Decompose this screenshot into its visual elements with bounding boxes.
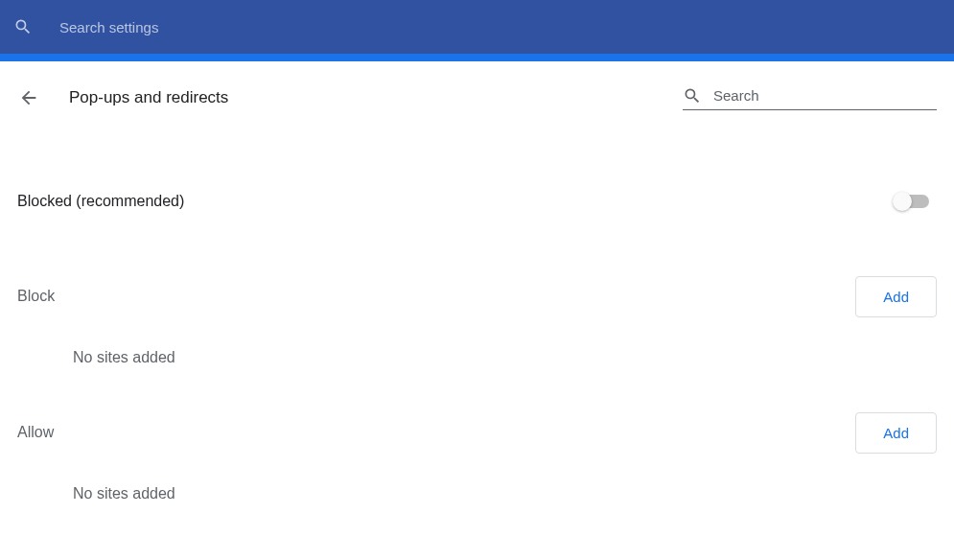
blocked-setting-row: Blocked (recommended) <box>17 173 937 230</box>
search-icon <box>683 86 702 105</box>
allow-add-button[interactable]: Add <box>855 412 937 454</box>
block-add-button[interactable]: Add <box>855 276 937 317</box>
search-icon[interactable] <box>12 15 35 38</box>
block-section-header: Block Add <box>17 270 937 322</box>
toggle-knob <box>893 192 912 211</box>
block-empty-message: No sites added <box>73 349 937 366</box>
blocked-toggle[interactable] <box>895 195 929 208</box>
page-header: Pop-ups and redirects <box>17 61 937 134</box>
header-bar <box>0 0 954 54</box>
back-arrow-icon[interactable] <box>17 86 40 109</box>
block-section-label: Block <box>17 288 55 305</box>
blocked-setting-label: Blocked (recommended) <box>17 193 184 210</box>
allow-section-label: Allow <box>17 424 54 441</box>
allow-empty-message: No sites added <box>73 485 937 502</box>
page-search-field[interactable] <box>683 86 937 110</box>
page-title: Pop-ups and redirects <box>69 88 228 107</box>
page-search-input[interactable] <box>713 87 937 104</box>
allow-section-header: Allow Add <box>17 407 937 458</box>
accent-bar <box>0 54 954 61</box>
header-search-input[interactable] <box>59 19 443 35</box>
